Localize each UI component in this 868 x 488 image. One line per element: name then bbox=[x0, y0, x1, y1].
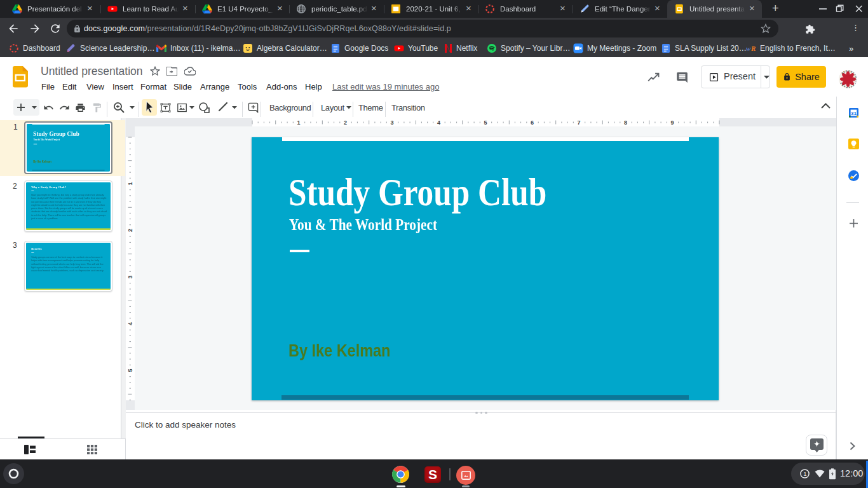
svg-text:9: 9 bbox=[670, 119, 674, 126]
svg-text:4: 4 bbox=[127, 322, 133, 325]
svg-text:1: 1 bbox=[127, 182, 133, 185]
svg-text:3: 3 bbox=[390, 119, 393, 126]
svg-text:5: 5 bbox=[484, 119, 487, 126]
svg-text:2: 2 bbox=[127, 229, 133, 232]
svg-text:5: 5 bbox=[127, 369, 133, 372]
svg-text:7: 7 bbox=[577, 119, 580, 126]
svg-text:4: 4 bbox=[437, 119, 440, 126]
svg-text:R: R bbox=[750, 44, 756, 52]
svg-text:1: 1 bbox=[803, 470, 806, 477]
svg-text:1: 1 bbox=[297, 119, 300, 126]
svg-text:w: w bbox=[746, 44, 751, 52]
svg-text:31: 31 bbox=[851, 111, 857, 116]
svg-text:P: P bbox=[848, 86, 850, 88]
svg-text:8: 8 bbox=[624, 119, 627, 126]
svg-text:6: 6 bbox=[531, 119, 534, 126]
svg-text:2: 2 bbox=[344, 119, 347, 126]
svg-text:3: 3 bbox=[127, 275, 133, 278]
